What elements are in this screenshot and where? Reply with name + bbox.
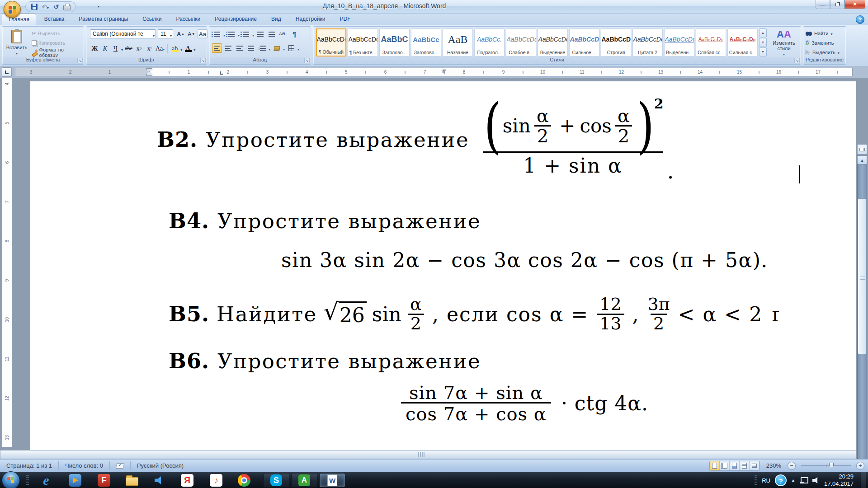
draft-view-button[interactable] bbox=[750, 461, 760, 470]
document-page[interactable]: В2. Упростите выражение ( sin α2 + cos α… bbox=[30, 81, 856, 488]
tab-pdf[interactable]: PDF bbox=[334, 14, 357, 25]
line-spacing-dropdown[interactable] bbox=[269, 44, 270, 52]
bold-button[interactable]: Ж bbox=[90, 44, 99, 53]
style-card-strong[interactable]: AaBbCcDcСтрогий bbox=[601, 28, 631, 56]
skype-taskbar-button[interactable]: S bbox=[263, 473, 289, 488]
highlight-dropdown[interactable] bbox=[180, 45, 182, 53]
tab-review[interactable]: Рецензирование bbox=[208, 14, 263, 25]
font-size-combo[interactable]: 11 bbox=[158, 29, 173, 38]
tab-stop-marker[interactable] bbox=[220, 71, 223, 75]
clipboard-dialog-launcher[interactable]: ↘ bbox=[77, 58, 83, 63]
bullets-button[interactable] bbox=[212, 29, 222, 39]
style-card-no-spacing[interactable]: AaBbCcDc¶ Без инте... bbox=[348, 28, 378, 56]
close-button[interactable]: ✕ bbox=[844, 0, 865, 9]
spellcheck-status[interactable] bbox=[110, 461, 131, 470]
format-painter-button[interactable]: Формат по образцу bbox=[30, 48, 84, 57]
align-right-button[interactable] bbox=[235, 43, 245, 53]
zoom-slider-handle[interactable] bbox=[829, 463, 834, 469]
ruler-toggle-button[interactable] bbox=[857, 144, 867, 155]
show-desktop-button[interactable] bbox=[861, 472, 866, 488]
internet-explorer-icon[interactable]: e bbox=[39, 473, 53, 488]
tab-page-layout[interactable]: Разметка страницы bbox=[72, 14, 134, 25]
help-button[interactable]: ? bbox=[856, 15, 864, 24]
hidden-icons-arrow[interactable]: ▲ bbox=[791, 478, 795, 483]
help-tray-icon[interactable]: ? bbox=[775, 474, 787, 486]
increase-indent-button[interactable] bbox=[267, 29, 277, 39]
tab-stop-marker[interactable] bbox=[443, 70, 446, 73]
multilevel-dropdown[interactable] bbox=[252, 30, 254, 38]
zoom-out-button[interactable]: − bbox=[788, 462, 796, 470]
fullscreen-reading-view-button[interactable] bbox=[720, 461, 730, 470]
word-count[interactable]: Число слов: 0 bbox=[59, 461, 110, 470]
numbering-dropdown[interactable] bbox=[238, 30, 240, 38]
style-card-quote2[interactable]: AaBbCcDcЦитата 2 bbox=[632, 28, 663, 56]
underline-dropdown[interactable] bbox=[121, 45, 123, 53]
cut-button[interactable]: ✂ Вырезать bbox=[30, 29, 61, 38]
yandex-browser-icon[interactable]: Я bbox=[180, 473, 194, 488]
align-center-button[interactable] bbox=[223, 43, 233, 53]
language-indicator[interactable]: Русский (Россия) bbox=[131, 461, 190, 470]
style-card-normal[interactable]: AaBbCcDc¶ Обычный bbox=[316, 28, 346, 56]
subscript-button[interactable]: x2 bbox=[134, 44, 144, 53]
multilevel-list-button[interactable] bbox=[241, 29, 251, 39]
italic-button[interactable]: К bbox=[100, 44, 110, 53]
change-styles-button[interactable]: АА Изменить стили bbox=[769, 28, 799, 56]
numbering-button[interactable] bbox=[226, 29, 236, 39]
f2-app-icon[interactable]: F bbox=[97, 473, 111, 488]
strikethrough-button[interactable]: abс bbox=[124, 44, 133, 53]
style-card-title[interactable]: AaBНазвание bbox=[443, 28, 473, 56]
tab-insert[interactable]: Вставка bbox=[38, 14, 71, 25]
copy-button[interactable]: Копировать bbox=[30, 38, 66, 47]
font-color-dropdown[interactable] bbox=[193, 45, 195, 53]
zoom-in-button[interactable]: + bbox=[856, 462, 864, 470]
tab-view[interactable]: Вид bbox=[265, 14, 288, 25]
shading-dropdown[interactable] bbox=[283, 44, 285, 52]
shading-button[interactable] bbox=[272, 43, 282, 53]
chrome-icon[interactable] bbox=[237, 473, 251, 488]
music-app-icon[interactable]: ♪ bbox=[209, 473, 223, 488]
sort-button[interactable]: АЯ↓ bbox=[278, 29, 288, 39]
change-case-button[interactable]: Аа bbox=[155, 44, 165, 53]
page-indicator[interactable]: Страница: 1 из 1 bbox=[0, 461, 59, 470]
gallery-down-button[interactable]: ▼ bbox=[759, 38, 767, 47]
paragraph-dialog-launcher[interactable]: ↘ bbox=[304, 58, 310, 63]
style-card-subtle-reference[interactable]: AaBbCcDdСлабая сс... bbox=[696, 28, 726, 56]
volume-tray-icon[interactable] bbox=[812, 477, 820, 484]
styles-dialog-launcher[interactable]: ↘ bbox=[794, 58, 800, 63]
bullets-dropdown[interactable] bbox=[223, 30, 225, 38]
restore-button[interactable] bbox=[830, 0, 844, 9]
language-tray-indicator[interactable]: RU bbox=[762, 477, 770, 484]
find-button[interactable]: Найти bbox=[806, 29, 832, 38]
style-card-heading1[interactable]: AaBbCЗаголово... bbox=[379, 28, 410, 56]
horizontal-scrollbar[interactable] bbox=[0, 450, 856, 459]
scroll-up-button[interactable]: ▲ bbox=[857, 155, 867, 164]
volume-app-icon[interactable] bbox=[152, 473, 166, 488]
clear-formatting-button[interactable]: Аа bbox=[198, 29, 208, 38]
tab-addins[interactable]: Надстройки bbox=[289, 14, 332, 25]
scrollbar-grip[interactable] bbox=[418, 452, 425, 457]
network-tray-icon[interactable] bbox=[800, 477, 808, 483]
style-card-intense-emphasis[interactable]: AaBbCcDcСильное ... bbox=[569, 28, 599, 56]
minimize-button[interactable]: — bbox=[816, 0, 830, 9]
start-button[interactable] bbox=[2, 471, 20, 488]
media-player-icon[interactable] bbox=[68, 473, 82, 488]
style-card-subtitle[interactable]: AaBbCc.Подзагол... bbox=[474, 28, 505, 56]
style-card-intense-reference[interactable]: AaBbCcDdСильная с... bbox=[727, 28, 758, 56]
superscript-button[interactable]: x² bbox=[145, 44, 154, 53]
title-bar[interactable]: ↶ ↺ Для_10_В_на_18_апреля - Microsoft Wo… bbox=[0, 0, 868, 14]
style-card-intense-quote[interactable]: AaBbCcDcВыделенн... bbox=[664, 28, 694, 56]
select-button[interactable]: Выделить bbox=[806, 48, 840, 57]
outline-view-button[interactable] bbox=[740, 461, 750, 470]
align-left-button[interactable] bbox=[212, 43, 222, 53]
paste-button[interactable]: Вставить bbox=[5, 28, 28, 56]
underline-button[interactable]: Ч bbox=[111, 44, 120, 53]
gallery-up-button[interactable]: ▲ bbox=[759, 28, 767, 38]
tab-mailings[interactable]: Рассылки bbox=[170, 14, 207, 25]
decrease-indent-button[interactable] bbox=[255, 29, 265, 39]
horizontal-ruler[interactable]: 321 1234567891011121314151617 bbox=[15, 68, 853, 76]
style-card-heading2[interactable]: AaBbCcЗаголово... bbox=[411, 28, 441, 56]
zoom-level[interactable]: 230% bbox=[764, 462, 784, 469]
vertical-ruler[interactable]: 45678910111213 bbox=[1, 78, 12, 447]
line-spacing-button[interactable]: ↕ bbox=[257, 43, 267, 53]
web-layout-view-button[interactable] bbox=[730, 461, 740, 470]
